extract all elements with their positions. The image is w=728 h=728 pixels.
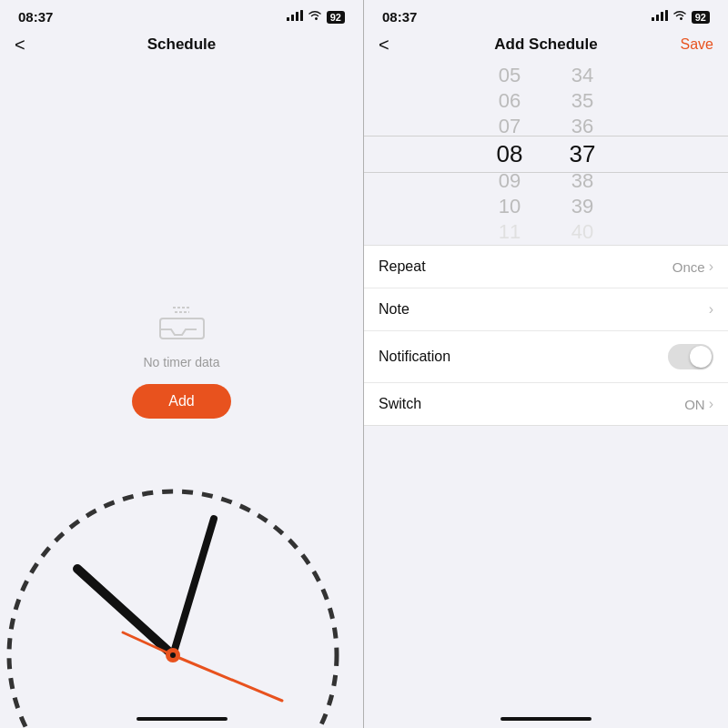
right-home-indicator — [500, 717, 592, 721]
note-chevron-icon: › — [709, 301, 713, 318]
svg-point-13 — [170, 652, 176, 658]
left-back-button[interactable]: < — [15, 35, 25, 56]
hour-item-05[interactable]: 05 — [473, 63, 546, 88]
right-save-button[interactable]: Save — [681, 36, 713, 53]
minute-item-39[interactable]: 39 — [546, 194, 619, 219]
minute-picker-col[interactable]: 34 35 36 37 38 39 40 — [546, 63, 619, 245]
svg-rect-16 — [661, 12, 663, 21]
svg-rect-3 — [300, 10, 303, 21]
repeat-label: Repeat — [379, 258, 426, 275]
left-status-bar: 08:37 92 — [0, 0, 363, 30]
right-signal-icon — [652, 10, 668, 24]
right-battery: 92 — [692, 11, 710, 24]
add-button[interactable]: Add — [132, 384, 230, 419]
left-nav-title: Schedule — [147, 35, 217, 54]
svg-line-9 — [173, 519, 214, 655]
hour-picker-col[interactable]: 05 06 07 08 09 10 11 — [473, 63, 546, 245]
right-wifi-icon — [672, 10, 687, 24]
switch-chevron-icon: › — [709, 396, 713, 412]
notification-row[interactable]: Notification — [364, 331, 728, 383]
note-label: Note — [379, 301, 410, 318]
minute-item-34[interactable]: 34 — [546, 63, 619, 88]
svg-rect-1 — [291, 15, 294, 21]
hour-item-09[interactable]: 09 — [473, 168, 546, 194]
note-value: › — [709, 301, 713, 318]
svg-rect-17 — [665, 10, 668, 21]
left-status-icons: 92 — [287, 10, 345, 24]
hour-item-07[interactable]: 07 — [473, 114, 546, 139]
switch-value-text: ON — [684, 397, 705, 412]
left-home-indicator — [136, 717, 228, 721]
notification-label: Notification — [379, 349, 450, 365]
hour-item-06[interactable]: 06 — [473, 88, 546, 114]
switch-row[interactable]: Switch ON › — [364, 383, 728, 425]
empty-icon — [157, 300, 207, 340]
settings-list: Repeat Once › Note › Notification Switch… — [364, 245, 728, 426]
time-picker[interactable]: 05 06 07 08 09 10 11 34 35 36 37 38 39 4… — [364, 63, 728, 245]
svg-point-7 — [9, 491, 337, 728]
svg-line-10 — [173, 655, 282, 701]
switch-label: Switch — [379, 396, 421, 412]
hour-item-10[interactable]: 10 — [473, 194, 546, 219]
minute-item-37[interactable]: 37 — [546, 140, 619, 168]
repeat-value: Once › — [672, 258, 713, 275]
right-status-time: 08:37 — [382, 9, 417, 25]
left-battery: 92 — [327, 11, 345, 24]
right-status-icons: 92 — [652, 10, 710, 24]
switch-value: ON › — [684, 396, 713, 412]
toggle-thumb — [690, 346, 712, 368]
repeat-chevron-icon: › — [709, 258, 713, 275]
hour-item-08[interactable]: 08 — [473, 140, 546, 168]
minute-item-35[interactable]: 35 — [546, 88, 619, 114]
left-nav-bar: < Schedule — [0, 30, 363, 63]
left-phone: 08:37 92 < Schedule No timer — [0, 0, 364, 728]
svg-line-8 — [77, 569, 173, 655]
clock-svg — [0, 419, 364, 728]
repeat-value-text: Once — [672, 259, 705, 275]
signal-icon — [287, 10, 303, 24]
note-row[interactable]: Note › — [364, 288, 728, 331]
clock-area — [0, 419, 364, 728]
right-nav-bar: < Add Schedule Save — [364, 30, 728, 63]
left-status-time: 08:37 — [18, 9, 53, 25]
hour-item-11[interactable]: 11 — [473, 219, 546, 245]
empty-text: No timer data — [143, 355, 219, 369]
right-back-button[interactable]: < — [379, 35, 389, 56]
svg-rect-0 — [287, 17, 289, 21]
svg-rect-2 — [296, 12, 298, 21]
minute-item-36[interactable]: 36 — [546, 114, 619, 139]
wifi-icon — [308, 10, 322, 24]
svg-rect-14 — [652, 17, 654, 21]
right-phone: 08:37 92 < Add Schedule Save 05 06 07 08… — [364, 0, 728, 728]
right-nav-title: Add Schedule — [494, 35, 597, 54]
minute-item-40[interactable]: 40 — [546, 219, 619, 245]
minute-item-38[interactable]: 38 — [546, 168, 619, 194]
right-status-bar: 08:37 92 — [364, 0, 728, 30]
notification-toggle[interactable] — [668, 344, 713, 369]
svg-rect-15 — [656, 15, 659, 21]
repeat-row[interactable]: Repeat Once › — [364, 246, 728, 288]
